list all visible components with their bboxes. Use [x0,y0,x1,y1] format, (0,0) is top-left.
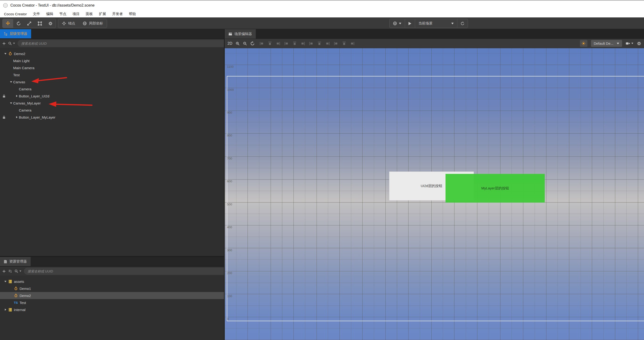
file-icon [4,260,7,264]
rotate-icon [16,21,21,26]
window-titlebar: Cocos Creator - TestUI - db://assets/Dem… [0,0,644,10]
camera-icon [626,42,630,45]
gizmo-camera-dropdown[interactable]: Default De... [591,40,622,47]
align-top-icon[interactable] [260,42,264,45]
scene-camera-button[interactable] [626,42,634,45]
chevron-down-icon[interactable] [9,80,13,83]
play-icon [408,22,412,25]
asset-db-icon [8,280,13,284]
search-filter-caret-icon[interactable] [13,43,15,44]
distribute-left-icon[interactable] [334,42,338,45]
node-label: Button_Layer_MyLayer [19,115,56,119]
globe-icon [393,21,397,25]
reset-view-icon[interactable] [250,41,254,46]
mode-2d-toggle[interactable]: 2D [228,41,232,46]
lighting-toggle-button[interactable] [580,40,588,47]
chevron-down-icon[interactable] [3,280,8,283]
move-tool-button[interactable] [2,19,13,28]
node-label: Demo2 [14,52,25,56]
reload-preview-button[interactable] [457,19,468,28]
play-button[interactable] [405,19,415,28]
gear-icon [48,21,52,26]
node-label: Test [20,301,26,305]
preview-platform-button[interactable] [390,19,405,28]
menu-item-4[interactable]: 项目 [70,12,83,16]
menu-item-1[interactable]: 文件 [30,12,43,16]
ruler-label: 600 [227,179,232,183]
scene-asset-icon [13,287,18,291]
sort-icon[interactable] [8,269,12,273]
scale-icon [27,21,31,26]
chevron-down-icon [631,43,634,44]
preview-scene-dropdown[interactable]: 当前场景 [415,19,457,28]
local-coords-button[interactable]: 局部坐标 [79,19,107,28]
ruler-label: 800 [227,134,232,137]
light-bulb-icon [582,41,586,45]
node-label: Canvas [13,80,25,84]
preview-scene-label: 当前场景 [418,21,432,26]
distribute-bottom-icon[interactable] [326,42,330,45]
distribute-hcenter-icon[interactable] [342,42,346,45]
menu-item-5[interactable]: 面板 [83,12,96,16]
ruler-label: 700 [227,157,232,160]
chevron-right-icon[interactable] [14,95,19,97]
node-label: Test [13,73,20,77]
align-right-icon[interactable] [301,42,305,45]
ruler-label: 400 [227,225,232,229]
distribute-top-icon[interactable] [309,42,313,45]
button-ui2d-label: UI2d层的按钮 [421,184,442,188]
rotate-tool-button[interactable] [13,19,24,28]
scene-viewport[interactable]: 110010009008007006005004003002001000 UI2… [225,48,644,340]
zoom-in-icon[interactable] [236,42,240,45]
tab-scene-editor[interactable]: 场景编辑器 [225,29,256,39]
menu-item-8[interactable]: 帮助 [126,12,139,16]
button-mylayer-label: MyLayer层的按钮 [481,186,509,190]
window-title: Cocos Creator - TestUI - db://assets/Dem… [10,3,94,7]
scene-toolbar: 2D Default De... [225,39,644,48]
scene-editor-panel: 场景编辑器 2D Default De... 11001000900800700… [225,29,644,340]
cocos-logo-icon [3,3,8,8]
chevron-right-icon[interactable] [14,116,19,119]
ruler-label: 500 [227,203,232,206]
cocos-creator-window: { "window": { "title": "Cocos Creator - … [0,0,644,340]
vertical-splitter[interactable] [224,29,225,340]
horizontal-splitter[interactable] [0,256,224,257]
distribute-right-icon[interactable] [350,42,354,45]
typescript-icon: TS [13,301,18,305]
menu-item-0[interactable]: Cocos Creator [1,12,30,16]
distribute-vcenter-icon[interactable] [317,42,322,45]
align-vcenter-icon[interactable] [268,42,272,45]
lock-icon[interactable] [2,116,6,119]
menu-item-3[interactable]: 节点 [56,12,70,16]
chevron-right-icon[interactable] [3,308,8,311]
zoom-out-icon[interactable] [243,42,247,45]
menu-item-7[interactable]: 开发者 [109,12,126,16]
tab-scene-editor-label: 场景编辑器 [234,32,252,36]
chevron-down-icon[interactable] [3,52,8,55]
align-bottom-icon[interactable] [276,42,280,45]
rect-tool-button[interactable] [34,19,45,28]
scene-settings-gear-icon[interactable] [637,41,641,46]
tab-hierarchy[interactable]: 层级管理器 [0,29,31,38]
lock-icon[interactable] [2,94,6,98]
tab-assets[interactable]: 资源管理器 [0,257,31,266]
add-node-button[interactable] [2,42,6,45]
anchor-pivot-button[interactable]: 锚点 [58,19,79,28]
align-hcenter-icon[interactable] [292,42,297,45]
menu-bar: Cocos Creator文件编辑节点项目面板扩展开发者帮助 [0,10,644,17]
menu-item-2[interactable]: 编辑 [43,12,56,16]
menu-item-6[interactable]: 扩展 [96,12,109,16]
search-icon[interactable] [14,269,18,273]
scene-node-button-mylayer[interactable]: MyLayer层的按钮 [446,174,545,203]
globe-icon [83,21,87,25]
search-filter-caret-icon[interactable] [19,270,22,272]
gizmo-settings-button[interactable] [45,19,56,28]
anchor-icon [62,21,66,25]
align-left-icon[interactable] [284,42,288,45]
scale-tool-button[interactable] [24,19,34,28]
hierarchy-icon [4,32,8,36]
main-toolbar: 锚点 局部坐标 当前场景 [0,17,644,29]
search-icon[interactable] [8,42,12,45]
add-asset-button[interactable] [2,270,6,273]
chevron-down-icon[interactable] [9,102,13,104]
